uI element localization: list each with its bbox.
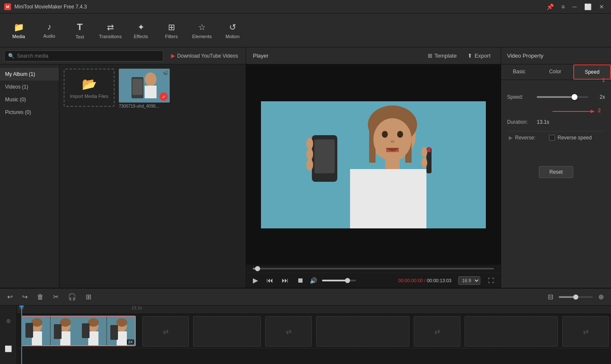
timeline-track-labels: ⊕ ⬜ ♪	[0, 306, 17, 364]
current-time: 00:00:00:00	[398, 278, 423, 283]
media-grid: 📂 Import Media Files	[59, 64, 246, 288]
play-button[interactable]: ▶	[250, 275, 261, 286]
video-area	[246, 64, 501, 265]
next-frame-button[interactable]: ⏭	[279, 275, 291, 286]
video-property-title: Video Property	[501, 47, 611, 64]
tab-color[interactable]: Color	[537, 64, 573, 80]
timeline-scrubber[interactable]	[253, 268, 494, 270]
import-media-cell[interactable]: 📂 Import Media Files	[64, 69, 115, 107]
clip-frame-1	[22, 317, 50, 345]
expand-icon: ▶	[509, 135, 513, 141]
toolbar-item-text[interactable]: T Text	[65, 16, 94, 45]
fullscreen-button[interactable]: ⛶	[485, 276, 496, 285]
empty-slot-1[interactable]	[193, 316, 261, 347]
search-input[interactable]	[17, 53, 160, 59]
zoom-slider[interactable]	[559, 296, 593, 298]
clip-frame-3	[78, 317, 107, 345]
add-track-icon[interactable]: ⊕	[6, 317, 11, 324]
speed-slider-container[interactable]	[537, 93, 588, 101]
undo-button[interactable]: ↩	[4, 291, 16, 303]
minimize-button[interactable]: ─	[570, 3, 579, 11]
tab-speed[interactable]: Speed	[573, 64, 611, 80]
annotation-arrow	[552, 108, 595, 115]
transition-slot-3[interactable]: ⇄	[414, 316, 460, 347]
search-box[interactable]: 🔍	[4, 50, 163, 61]
video-track-icon: ⬜	[5, 345, 12, 352]
speed-slider-fill	[537, 96, 572, 98]
reverse-speed-checkbox[interactable]	[549, 135, 555, 141]
timeline-video-track: 2X ⇄ ⇄ ⇄	[17, 314, 611, 348]
speed-slider-thumb[interactable]	[572, 94, 577, 100]
effects-icon: ✦	[137, 22, 145, 32]
download-label: Download YouTube Videos	[177, 53, 238, 59]
svg-rect-41	[88, 331, 98, 345]
crop-button[interactable]: ⊞	[83, 291, 94, 303]
album-item-myalbum[interactable]: My Album (1)	[0, 68, 59, 81]
transition-slot-4[interactable]: ⇄	[562, 316, 609, 347]
zoom-controls: ⊟ ⊕	[545, 291, 607, 303]
timeline-thumb[interactable]	[255, 266, 260, 271]
pin-button[interactable]: 📌	[544, 3, 556, 11]
zoom-out-button[interactable]: ⊟	[545, 291, 556, 303]
svg-rect-46	[117, 331, 127, 345]
delete-button[interactable]: 🗑	[34, 292, 47, 303]
template-button[interactable]: ⊞ Template	[424, 51, 460, 61]
duration-row: Duration: 13.1s	[507, 119, 605, 125]
prev-frame-button[interactable]: ⏮	[264, 275, 276, 286]
volume-slider[interactable]	[322, 280, 356, 281]
close-button[interactable]: ✕	[597, 3, 607, 11]
album-item-pictures[interactable]: Pictures (0)	[0, 106, 59, 119]
export-label: Export	[474, 53, 490, 59]
aspect-ratio-select[interactable]: 16:9 9:16 4:3 1:1	[458, 276, 480, 285]
export-button[interactable]: ⬆ Export	[464, 51, 494, 61]
toolbar-item-elements[interactable]: ☆ Elements	[188, 16, 216, 45]
transition-slot-2[interactable]: ⇄	[265, 316, 312, 347]
volume-fill	[322, 280, 348, 281]
toolbar-item-motion[interactable]: ↺ Motion	[218, 16, 247, 45]
svg-point-1	[145, 72, 157, 86]
clip-frame-svg-1	[22, 317, 50, 345]
player-header-controls: ⊞ Template ⬆ Export	[424, 51, 494, 61]
titlebar-controls: 📌 ≡ ─ ⬜ ✕	[544, 3, 607, 11]
toolbar-item-media[interactable]: 📁 Media	[4, 16, 33, 45]
zoom-in-button[interactable]: ⊕	[595, 291, 607, 303]
album-item-music[interactable]: Music (0)	[0, 93, 59, 106]
timeline-playhead[interactable]	[21, 306, 22, 364]
video-clip[interactable]: 2X	[21, 316, 136, 346]
svg-point-12	[397, 131, 403, 138]
restore-button[interactable]: ⬜	[582, 3, 594, 11]
volume-thumb[interactable]	[345, 278, 350, 283]
transition-icon-3: ⇄	[434, 328, 440, 336]
svg-point-13	[390, 140, 395, 143]
redo-button[interactable]: ↪	[19, 291, 31, 303]
empty-slot-3[interactable]	[465, 316, 558, 347]
video-frame	[261, 101, 486, 228]
reverse-speed-checkbox-container[interactable]: Reverse speed	[549, 135, 592, 141]
timeline-tracks[interactable]: 0s 13.1s	[17, 306, 611, 364]
import-label: Import Media Files	[70, 94, 108, 99]
settings-button[interactable]: ≡	[559, 3, 567, 11]
toolbar-item-audio[interactable]: ♪ Audio	[35, 16, 64, 45]
toolbar: 📁 Media ♪ Audio T Text ⇄ Transitions ✦ E…	[0, 14, 611, 47]
toolbar-label-motion: Motion	[225, 34, 239, 39]
transition-icon-4: ⇄	[583, 328, 589, 336]
property-tabs: Basic Color Speed	[501, 64, 611, 80]
player-controls: ▶ ⏮ ⏭ ⏹ 🔊 00:00:00:00 / 00:00:13:03 16:9…	[246, 272, 501, 288]
toolbar-item-transitions[interactable]: ⇄ Transitions	[96, 16, 125, 45]
svg-point-20	[306, 148, 313, 160]
zoom-thumb[interactable]	[573, 295, 578, 300]
download-youtube-button[interactable]: ▶ Download YouTube Videos	[168, 51, 241, 61]
transition-slot-1[interactable]: ⇄	[142, 316, 189, 347]
album-item-videos[interactable]: Videos (1)	[0, 81, 59, 93]
cut-button[interactable]: ✂	[50, 291, 62, 303]
audio-detach-button[interactable]: 🎧	[65, 291, 79, 303]
player-timeline-bar[interactable]	[246, 265, 501, 272]
svg-rect-36	[60, 331, 70, 345]
toolbar-item-filters[interactable]: ⊞ Filters	[157, 16, 186, 45]
reset-button[interactable]: Reset	[539, 166, 573, 178]
empty-slot-2[interactable]	[316, 316, 409, 347]
stop-button[interactable]: ⏹	[294, 275, 306, 286]
media-item-video[interactable]: 📹 ✓ 7306719-uhd_4096...	[119, 69, 170, 107]
toolbar-item-effects[interactable]: ✦ Effects	[126, 16, 155, 45]
tab-basic[interactable]: Basic	[501, 64, 537, 80]
